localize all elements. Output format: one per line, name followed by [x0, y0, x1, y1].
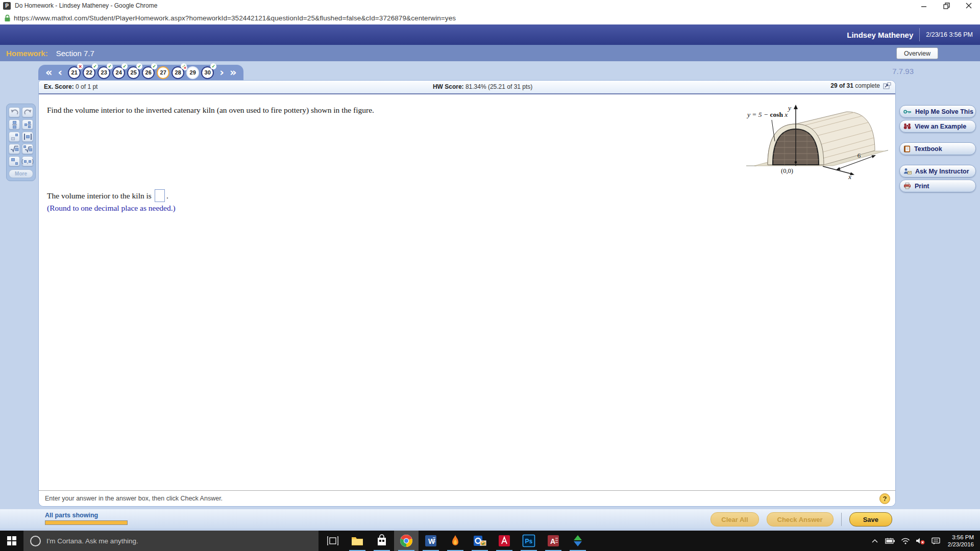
- header-datetime: 2/23/16 3:56 PM: [920, 31, 980, 38]
- restore-button[interactable]: [935, 0, 958, 11]
- all-parts-showing[interactable]: All parts showing: [45, 512, 98, 519]
- window-titlebar: P Do Homework - Lindsey Matheney - Googl…: [0, 0, 980, 11]
- palette-more-button[interactable]: More: [9, 169, 33, 178]
- clear-all-button[interactable]: Clear All: [710, 512, 758, 527]
- y-axis-label: y: [787, 104, 791, 112]
- start-button[interactable]: [0, 531, 23, 551]
- math-palette: (,) More: [6, 104, 36, 181]
- origin-label: (0,0): [781, 167, 793, 174]
- question-bubble-28[interactable]: 28: [172, 66, 184, 79]
- overview-button[interactable]: Overview: [896, 47, 938, 59]
- flame-app-icon[interactable]: [443, 531, 468, 551]
- action-center-icon[interactable]: [928, 531, 944, 551]
- nav-last-button[interactable]: »: [229, 66, 238, 79]
- complete-count: 29 of 31 complete: [830, 82, 880, 89]
- task-view-icon[interactable]: [321, 531, 345, 551]
- answer-suffix: .: [166, 191, 168, 201]
- photoshop-icon[interactable]: Ps: [517, 531, 541, 551]
- print-button[interactable]: Print: [899, 180, 976, 192]
- rounding-note: (Round to one decimal place as needed.): [47, 204, 176, 213]
- parts-progress-bar: [45, 520, 128, 525]
- access-icon[interactable]: A: [541, 531, 566, 551]
- tray-chevron-icon[interactable]: [867, 531, 883, 551]
- exercise-reference: 7.7.93: [892, 67, 914, 76]
- updown-arrows-app-icon[interactable]: [566, 531, 590, 551]
- nth-root-button[interactable]: [22, 144, 33, 154]
- answer-line: The volume interior to the kiln is .: [47, 189, 168, 202]
- nav-prev-button[interactable]: ‹: [57, 66, 64, 79]
- question-bubble-25[interactable]: 25: [127, 66, 140, 79]
- fraction-button[interactable]: [9, 119, 20, 130]
- clock-time: 3:56 PM: [948, 534, 974, 541]
- subscript-button[interactable]: [9, 156, 20, 166]
- view-example-button[interactable]: View an Example: [899, 120, 976, 133]
- user-name: Lindsey Matheney: [847, 31, 919, 39]
- footer-instruction: Enter your answer in the answer box, the…: [45, 495, 223, 502]
- undo-button[interactable]: [9, 107, 20, 117]
- check-answer-button[interactable]: Check Answer: [767, 512, 834, 527]
- ask-instructor-button[interactable]: Ask My Instructor: [899, 165, 976, 178]
- volume-muted-icon[interactable]: [913, 531, 928, 551]
- question-bubble-30[interactable]: 30: [201, 66, 214, 79]
- wifi-icon[interactable]: [898, 531, 913, 551]
- help-sidebar: Help Me Solve This View an Example Textb…: [899, 105, 976, 192]
- url-bar[interactable]: https://www.mathxl.com/Student/PlayerHom…: [0, 11, 980, 25]
- answer-prefix: The volume interior to the kiln is: [47, 191, 152, 201]
- windows-store-icon[interactable]: [370, 531, 394, 551]
- homework-score: HW Score: 81.34% (25.21 of 31 pts): [433, 83, 532, 90]
- save-button[interactable]: Save: [849, 512, 892, 527]
- svg-text:Ps: Ps: [525, 538, 533, 545]
- lock-icon[interactable]: [4, 14, 11, 22]
- question-bubble-21[interactable]: 21: [68, 66, 81, 79]
- chrome-icon[interactable]: [394, 531, 419, 551]
- help-icon[interactable]: ?: [879, 493, 890, 504]
- word-icon[interactable]: W: [419, 531, 443, 551]
- redo-button[interactable]: [22, 107, 33, 117]
- exponent-button[interactable]: [9, 132, 20, 142]
- nav-first-button[interactable]: «: [44, 66, 54, 79]
- close-button[interactable]: [958, 0, 980, 11]
- person-envelope-icon: [903, 168, 912, 174]
- button-divider: [841, 513, 842, 526]
- cortana-icon: [30, 536, 41, 546]
- cortana-search-box[interactable]: I'm Cortana. Ask me anything.: [23, 531, 318, 551]
- question-nav: « ‹ 21222324252627282930 › »: [38, 65, 243, 80]
- homework-label: Homework:: [6, 49, 48, 58]
- question-prompt: Find the volume interior to the inverted…: [47, 106, 374, 115]
- bottom-action-bar: All parts showing Clear All Check Answer…: [0, 509, 980, 529]
- pearson-favicon-icon: P: [3, 2, 11, 10]
- windows-taskbar: I'm Cortana. Ask me anything. W Ps A 3:: [0, 531, 980, 551]
- question-bubble-27[interactable]: 27: [157, 66, 169, 79]
- ordered-pair-button[interactable]: (,): [22, 156, 33, 166]
- x-axis-label: x: [848, 173, 851, 180]
- url-text: https://www.mathxl.com/Student/PlayerHom…: [14, 14, 456, 22]
- kiln-figure: y = 5 − cosh x y (0,0) x 6: [746, 104, 888, 180]
- popout-icon[interactable]: [883, 82, 891, 89]
- question-content: Find the volume interior to the inverted…: [39, 94, 895, 491]
- help-me-solve-button[interactable]: Help Me Solve This: [899, 105, 976, 118]
- mixed-number-button[interactable]: [22, 119, 33, 130]
- file-explorer-icon[interactable]: [345, 531, 370, 551]
- textbook-button[interactable]: Textbook: [899, 142, 976, 155]
- svg-text:y = 5 − cosh x: y = 5 − cosh x: [746, 111, 788, 118]
- svg-text:A: A: [550, 537, 555, 545]
- question-bubbles: 21222324252627282930: [67, 66, 215, 79]
- answer-input[interactable]: [155, 189, 165, 202]
- window-title: Do Homework - Lindsey Matheney - Google …: [15, 2, 157, 9]
- question-bubble-23[interactable]: 23: [97, 66, 110, 79]
- section-bar: Homework: Section 7.7 Overview: [0, 45, 980, 61]
- depth-label: 6: [857, 152, 861, 159]
- equation-label: y = 5 −: [746, 111, 768, 118]
- acrobat-icon[interactable]: [492, 531, 517, 551]
- outlook-icon[interactable]: [468, 531, 492, 551]
- question-bubble-29[interactable]: 29: [186, 66, 199, 79]
- question-bubble-24[interactable]: 24: [112, 66, 125, 79]
- taskbar-clock[interactable]: 3:56 PM 2/23/2016: [944, 534, 980, 548]
- nav-next-button[interactable]: ›: [218, 66, 225, 79]
- question-bubble-26[interactable]: 26: [142, 66, 155, 79]
- minimize-button[interactable]: [913, 0, 935, 11]
- question-bubble-22[interactable]: 22: [83, 66, 95, 79]
- absolute-value-button[interactable]: [22, 132, 33, 142]
- square-root-button[interactable]: [9, 144, 20, 154]
- battery-icon[interactable]: [883, 531, 898, 551]
